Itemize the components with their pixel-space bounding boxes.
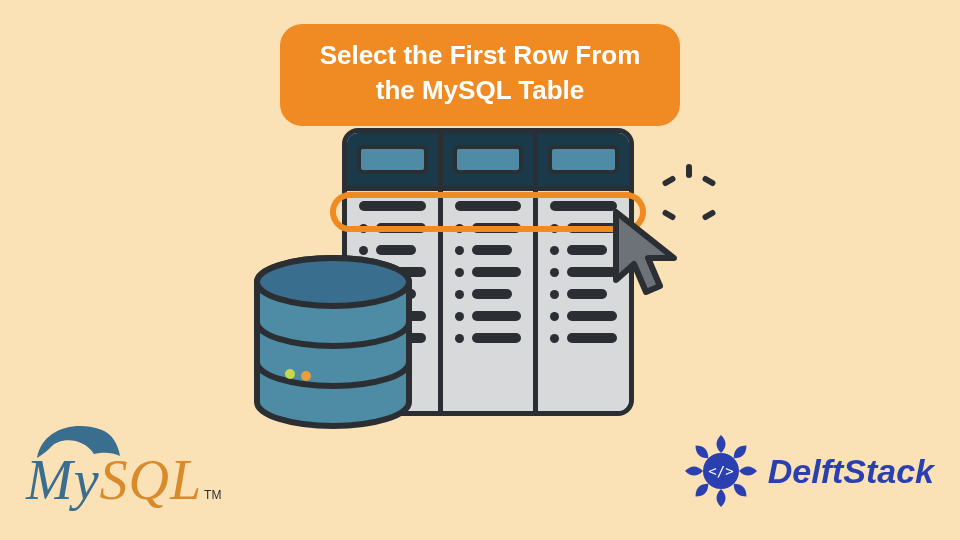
table-header-cell (347, 133, 443, 186)
table-row (455, 267, 522, 277)
table-header (347, 133, 629, 191)
illustration (310, 128, 650, 438)
table-row (455, 333, 522, 343)
table-row (455, 289, 522, 299)
title-text: Select the First Row From the MySQL Tabl… (320, 40, 641, 105)
first-row-highlight-icon (330, 192, 646, 232)
mysql-dolphin-icon (32, 418, 122, 468)
table-row (550, 267, 617, 277)
mysql-tm: TM (204, 488, 221, 502)
table-row (550, 311, 617, 321)
cursor-icon (610, 208, 694, 304)
svg-text:</>: </> (708, 463, 733, 479)
svg-point-3 (301, 371, 311, 381)
svg-point-1 (257, 258, 409, 306)
delftstack-wordmark: DelftStack (768, 452, 934, 491)
delftstack-badge-icon: </> (682, 432, 760, 510)
delftstack-logo: </> DelftStack (682, 432, 934, 510)
database-cylinder-icon (248, 254, 418, 444)
table-row (550, 245, 617, 255)
table-row (550, 333, 617, 343)
table-header-cell (538, 133, 629, 186)
table-row (550, 289, 617, 299)
mysql-logo: MySQL TM (26, 448, 221, 512)
table-row (455, 311, 522, 321)
table-row (455, 245, 522, 255)
table-header-cell (443, 133, 539, 186)
title-banner: Select the First Row From the MySQL Tabl… (280, 24, 680, 126)
svg-point-2 (285, 369, 295, 379)
